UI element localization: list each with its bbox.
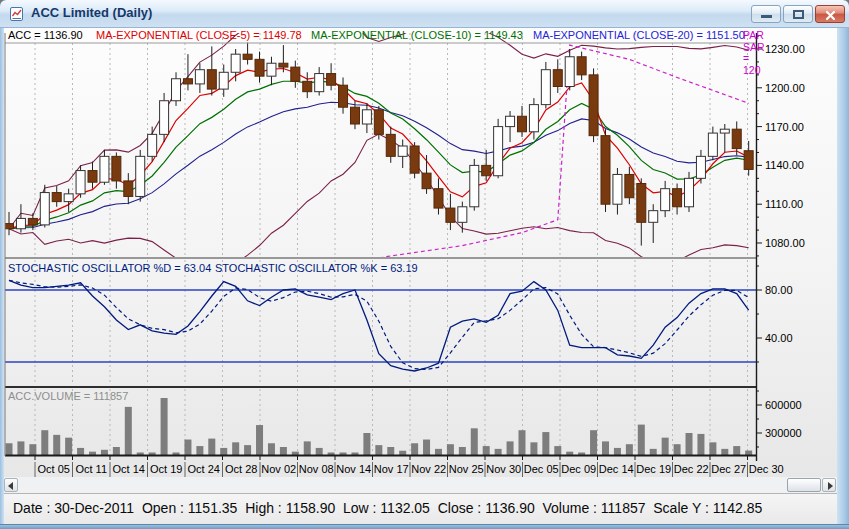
grid-lines: [35, 33, 748, 454]
volume-bar: [268, 443, 275, 455]
candle: [649, 211, 658, 223]
candle: [183, 79, 192, 84]
candle: [685, 178, 694, 206]
volume-bar: [542, 432, 549, 455]
svg-text:1200.00: 1200.00: [765, 82, 805, 94]
arrow-left-icon: [8, 482, 13, 490]
horizontal-scrollbar[interactable]: [4, 477, 837, 493]
candle: [88, 171, 97, 183]
volume-bar: [447, 444, 454, 455]
volume-bar: [423, 440, 430, 455]
volume-bar: [304, 441, 311, 455]
candle: [446, 208, 455, 222]
volume-bar: [614, 448, 621, 455]
scrollbar-thumb[interactable]: [787, 478, 821, 492]
close-button[interactable]: [815, 5, 845, 23]
window-border-right: [837, 28, 849, 524]
ema10-label: MA-EXPONENTIAL (CLOSE-10) = 1149.43: [311, 28, 523, 42]
scroll-right-button[interactable]: [822, 478, 836, 492]
candle: [362, 110, 371, 124]
svg-text:Nov 08: Nov 08: [299, 463, 334, 475]
ema20-label: MA-EXPONENTIAL (CLOSE-20) = 1151.50: [533, 28, 745, 42]
candle: [16, 218, 25, 228]
svg-text:Dec 30: Dec 30: [749, 463, 784, 475]
volume-bar: [686, 433, 693, 455]
candles: [5, 43, 754, 246]
candle: [744, 151, 753, 170]
minimize-button[interactable]: [751, 5, 781, 23]
volume-bar: [41, 430, 48, 455]
volume-bar: [101, 450, 108, 455]
volume-bar: [17, 441, 24, 455]
maximize-button[interactable]: [783, 5, 813, 23]
parabolic-sar-label: PAR SAR = 120: [743, 30, 763, 76]
candle: [708, 133, 717, 156]
candle: [517, 116, 526, 132]
candle: [613, 174, 622, 204]
candle: [5, 224, 14, 229]
svg-text:Oct 19: Oct 19: [150, 463, 182, 475]
volume-bar: [65, 438, 72, 455]
candle: [374, 110, 383, 135]
candle: [386, 134, 395, 156]
candle: [231, 54, 240, 72]
candle: [339, 85, 348, 107]
candle: [422, 173, 431, 189]
svg-text:Nov 02: Nov 02: [261, 463, 296, 475]
volume-bar: [495, 449, 502, 455]
volume-bar: [721, 449, 728, 455]
svg-text:1170.00: 1170.00: [765, 121, 804, 133]
window-title: ACC Limited (Daily): [31, 5, 152, 20]
candle: [732, 129, 741, 148]
candle: [565, 57, 574, 87]
window-border-bottom: [0, 524, 849, 529]
candle: [64, 194, 73, 202]
volume-bar: [6, 443, 13, 455]
volume-bar: [674, 444, 681, 455]
candle: [148, 134, 157, 156]
candle: [350, 107, 359, 124]
volume-bar: [602, 441, 609, 455]
volume-bar: [220, 448, 227, 455]
svg-text:Nov 14: Nov 14: [336, 463, 371, 475]
volume-bar: [554, 446, 561, 455]
volume-bar: [709, 442, 716, 455]
candle: [398, 146, 407, 156]
candle: [124, 181, 133, 197]
candle: [207, 70, 216, 89]
svg-text:1230.00: 1230.00: [765, 43, 805, 55]
window-icon: [9, 6, 25, 22]
volume-bar: [626, 444, 633, 455]
candle: [267, 63, 276, 76]
volume-bar: [697, 434, 704, 455]
volume-bar: [316, 448, 323, 455]
candle: [100, 156, 109, 182]
volume-bar: [411, 443, 418, 455]
candle: [255, 59, 264, 76]
volume-bar: [638, 425, 645, 455]
status-text: Date : 30-Dec-2011 Open : 1151.35 High :…: [13, 500, 762, 516]
scroll-left-button[interactable]: [4, 478, 18, 492]
title-bar[interactable]: ACC Limited (Daily): [0, 0, 849, 28]
candle: [136, 156, 145, 196]
stochastic-panel: [5, 280, 756, 371]
volume-bar: [387, 447, 394, 455]
candle: [661, 189, 670, 211]
svg-text:Oct 28: Oct 28: [225, 463, 257, 475]
candle: [243, 54, 252, 59]
volume-bar: [518, 430, 525, 455]
volume-bar: [256, 425, 263, 455]
svg-text:1110.00: 1110.00: [765, 198, 803, 210]
candle: [315, 74, 324, 92]
candle: [541, 70, 550, 105]
volume-bar: [733, 446, 740, 455]
candle: [506, 116, 515, 126]
svg-text:Oct 24: Oct 24: [188, 463, 220, 475]
volume-bar: [184, 440, 191, 455]
price-panel: [9, 13, 749, 266]
minimize-icon: [761, 15, 772, 18]
candle: [494, 127, 503, 176]
svg-text:Oct 11: Oct 11: [75, 463, 107, 475]
candle: [637, 184, 646, 223]
candle: [279, 63, 288, 67]
